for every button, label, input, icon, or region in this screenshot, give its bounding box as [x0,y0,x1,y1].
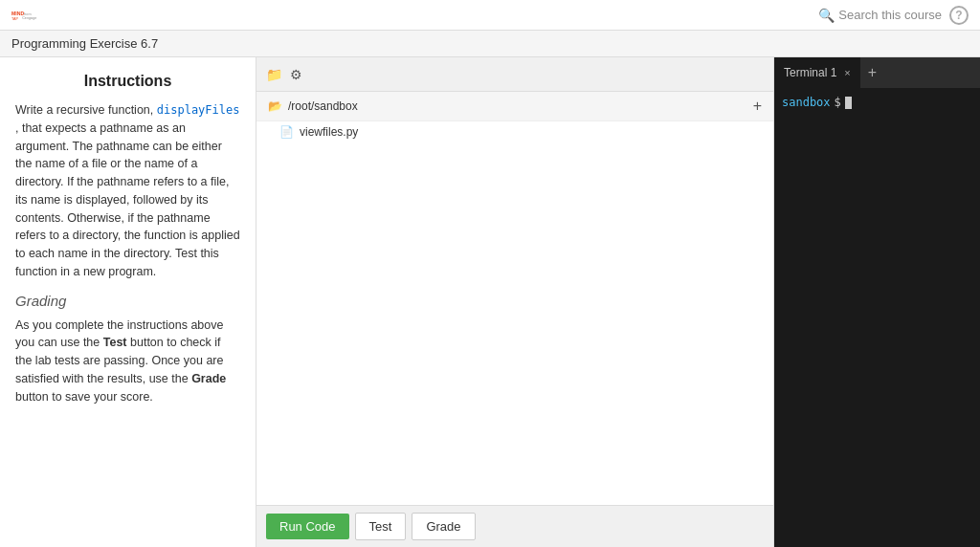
header-right: 🔍 Search this course ? [818,6,969,25]
run-code-button[interactable]: Run Code [266,514,349,539]
file-tree-header: 📂 /root/sandbox + [256,92,773,121]
terminal-prompt: sandbox $ [782,96,972,109]
svg-text:from: from [24,11,31,15]
terminal-add-button[interactable]: + [860,64,884,81]
add-file-button[interactable]: + [753,98,762,115]
folder-path: 📂 /root/sandbox [268,99,358,113]
grading-title: Grading [15,293,240,309]
svg-text:Cengage: Cengage [22,16,36,20]
file-item-viewfiles[interactable]: 📄 viewfiles.py [256,121,773,142]
file-icon: 📄 [279,125,294,139]
code-function: displayFiles [157,103,240,117]
code-editor-area[interactable] [256,298,773,505]
search-box[interactable]: 🔍 Search this course [818,8,942,23]
terminal-body[interactable]: sandbox $ [774,88,980,547]
breadcrumb-text: Programming Exercise 6.7 [11,36,158,51]
grade-button[interactable]: Grade [412,513,475,540]
folder-path-label: /root/sandbox [288,99,358,113]
grading-body: As you complete the instructions above y… [15,317,240,406]
editor-panel: 📁 ⚙ 📂 /root/sandbox + 📄 viewfiles.py Run… [256,57,774,547]
file-tree: 📂 /root/sandbox + 📄 viewfiles.py [256,92,773,298]
help-button[interactable]: ? [949,6,969,25]
editor-footer: Run Code Test Grade [256,505,773,547]
search-icon: 🔍 [818,8,835,23]
grade-label: Grade [191,372,226,385]
instructions-body: Write a recursive function, displayFiles… [15,101,240,281]
folder-icon[interactable]: 📁 [266,67,282,82]
terminal-dollar: $ [835,96,841,109]
terminal-tab-1[interactable]: Terminal 1 × [774,57,860,88]
terminal-user: sandbox [782,96,831,109]
instructions-panel: Instructions Write a recursive function,… [0,57,256,547]
main-layout: Instructions Write a recursive function,… [0,57,980,547]
terminal-tab-label: Terminal 1 [784,66,836,79]
terminal-tabs: Terminal 1 × + [774,57,980,88]
folder-icon-small: 📂 [268,99,282,113]
file-name: viewfiles.py [300,125,358,139]
terminal-panel: Terminal 1 × + sandbox $ [774,57,980,547]
logo: MIND TAP from Cengage [11,2,38,29]
terminal-tab-close[interactable]: × [844,67,850,78]
instructions-title: Instructions [15,73,240,90]
breadcrumb: Programming Exercise 6.7 [0,31,980,57]
settings-icon[interactable]: ⚙ [290,67,302,82]
test-button[interactable]: Test [355,513,407,540]
editor-toolbar: 📁 ⚙ [256,57,773,92]
search-label[interactable]: Search this course [838,8,942,22]
test-label: Test [103,336,127,349]
svg-text:MIND: MIND [11,10,24,15]
terminal-cursor [845,97,852,109]
header: MIND TAP from Cengage 🔍 Search this cour… [0,0,980,31]
svg-text:TAP: TAP [11,17,18,21]
mindtap-logo: MIND TAP from Cengage [11,2,38,29]
